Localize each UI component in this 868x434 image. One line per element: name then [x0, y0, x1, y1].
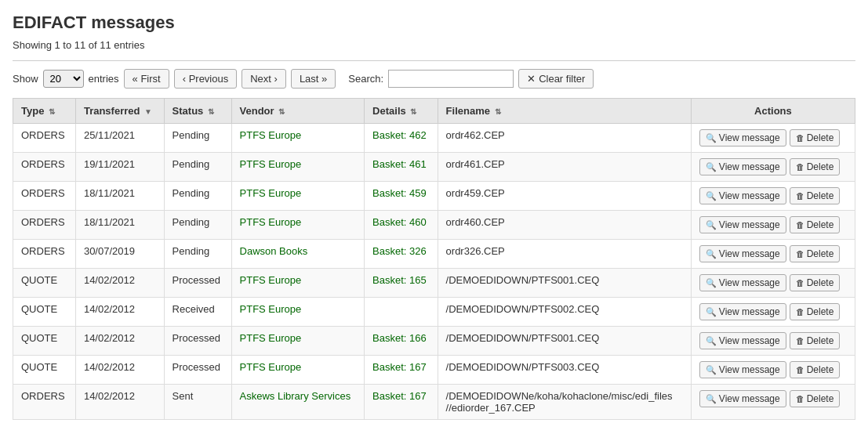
- view-icon: 🔍: [706, 191, 717, 201]
- delete-button[interactable]: 🗑 Delete: [790, 187, 841, 204]
- vendor-link[interactable]: PTFS Europe: [240, 216, 302, 228]
- vendor-link[interactable]: Dawson Books: [240, 245, 308, 257]
- entries-label: entries: [89, 73, 119, 85]
- view-message-button[interactable]: 🔍 View message: [699, 390, 786, 407]
- view-message-button[interactable]: 🔍 View message: [699, 361, 786, 378]
- view-message-button[interactable]: 🔍 View message: [699, 216, 786, 233]
- col-transferred[interactable]: Transferred ▼: [75, 99, 164, 124]
- clear-filter-icon: ✕: [527, 73, 536, 85]
- view-message-button[interactable]: 🔍 View message: [699, 303, 786, 320]
- view-message-label: View message: [719, 190, 780, 201]
- view-icon: 🔍: [706, 365, 717, 375]
- first-button[interactable]: « First: [124, 69, 169, 89]
- view-message-button[interactable]: 🔍 View message: [699, 129, 786, 146]
- cell-details: Basket: 326: [365, 240, 438, 269]
- delete-icon: 🗑: [796, 249, 804, 259]
- delete-button[interactable]: 🗑 Delete: [790, 129, 841, 146]
- table-header-row: Type ⇅ Transferred ▼ Status ⇅ Vendor ⇅ D…: [13, 99, 855, 124]
- delete-icon: 🗑: [796, 220, 804, 230]
- details-link[interactable]: Basket: 167: [372, 390, 427, 402]
- cell-filename: ordr326.CEP: [438, 240, 691, 269]
- cell-transferred: 18/11/2021: [75, 182, 164, 211]
- cell-actions: 🔍 View message 🗑 Delete: [691, 269, 855, 298]
- delete-button[interactable]: 🗑 Delete: [790, 274, 841, 291]
- cell-vendor: Dawson Books: [231, 240, 365, 269]
- cell-vendor: PTFS Europe: [231, 211, 365, 240]
- details-link[interactable]: Basket: 459: [372, 187, 427, 199]
- clear-filter-button[interactable]: ✕ Clear filter: [518, 69, 594, 89]
- col-details[interactable]: Details ⇅: [365, 99, 438, 124]
- delete-button[interactable]: 🗑 Delete: [790, 216, 841, 233]
- cell-type: QUOTE: [13, 298, 76, 327]
- delete-button[interactable]: 🗑 Delete: [790, 158, 841, 175]
- delete-icon: 🗑: [796, 307, 804, 316]
- delete-button[interactable]: 🗑 Delete: [790, 361, 841, 378]
- view-message-label: View message: [719, 161, 780, 172]
- delete-icon: 🗑: [796, 365, 804, 374]
- view-message-button[interactable]: 🔍 View message: [699, 187, 786, 204]
- vendor-link[interactable]: PTFS Europe: [240, 158, 302, 170]
- cell-filename: ordr459.CEP: [438, 182, 691, 211]
- cell-filename: ordr462.CEP: [438, 124, 691, 153]
- view-message-label: View message: [719, 364, 780, 375]
- cell-status: Sent: [164, 385, 231, 420]
- cell-transferred: 30/07/2019: [75, 240, 164, 269]
- delete-button[interactable]: 🗑 Delete: [790, 332, 841, 349]
- vendor-link[interactable]: PTFS Europe: [240, 303, 302, 315]
- col-filename[interactable]: Filename ⇅: [438, 99, 691, 124]
- details-link[interactable]: Basket: 462: [372, 129, 427, 141]
- delete-button[interactable]: 🗑 Delete: [790, 245, 841, 262]
- col-type[interactable]: Type ⇅: [13, 99, 76, 124]
- toolbar: Show 10 20 50 100 entries « First ‹ Prev…: [13, 69, 855, 89]
- vendor-link[interactable]: PTFS Europe: [240, 187, 302, 199]
- cell-details: Basket: 460: [365, 211, 438, 240]
- col-vendor[interactable]: Vendor ⇅: [231, 99, 365, 124]
- cell-type: ORDERS: [13, 385, 76, 420]
- cell-status: Pending: [164, 124, 231, 153]
- view-message-label: View message: [719, 393, 780, 404]
- vendor-link[interactable]: PTFS Europe: [240, 129, 302, 141]
- details-link[interactable]: Basket: 165: [372, 274, 427, 286]
- sort-icon-details: ⇅: [410, 107, 416, 116]
- vendor-link[interactable]: Askews Library Services: [240, 390, 351, 402]
- view-message-button[interactable]: 🔍 View message: [699, 274, 786, 291]
- vendor-link[interactable]: PTFS Europe: [240, 332, 302, 344]
- cell-filename: ordr461.CEP: [438, 153, 691, 182]
- cell-actions: 🔍 View message 🗑 Delete: [691, 153, 855, 182]
- details-link[interactable]: Basket: 326: [372, 245, 427, 257]
- details-link[interactable]: Basket: 167: [372, 361, 427, 373]
- view-message-label: View message: [719, 277, 780, 288]
- cell-type: ORDERS: [13, 153, 76, 182]
- search-input[interactable]: [388, 70, 514, 88]
- cell-details: Basket: 461: [365, 153, 438, 182]
- cell-details: Basket: 459: [365, 182, 438, 211]
- cell-actions: 🔍 View message 🗑 Delete: [691, 356, 855, 385]
- last-button[interactable]: Last »: [291, 69, 336, 89]
- next-button[interactable]: Next ›: [242, 69, 286, 89]
- delete-button[interactable]: 🗑 Delete: [790, 303, 841, 320]
- view-message-button[interactable]: 🔍 View message: [699, 158, 786, 175]
- vendor-link[interactable]: PTFS Europe: [240, 274, 302, 286]
- cell-transferred: 14/02/2012: [75, 356, 164, 385]
- cell-vendor: PTFS Europe: [231, 298, 365, 327]
- divider: [13, 60, 855, 61]
- delete-icon: 🗑: [796, 191, 804, 201]
- col-status[interactable]: Status ⇅: [164, 99, 231, 124]
- vendor-link[interactable]: PTFS Europe: [240, 361, 302, 373]
- details-link[interactable]: Basket: 461: [372, 158, 427, 170]
- view-message-button[interactable]: 🔍 View message: [699, 332, 786, 349]
- cell-status: Processed: [164, 269, 231, 298]
- show-select[interactable]: 10 20 50 100: [43, 70, 84, 88]
- details-link[interactable]: Basket: 166: [372, 332, 427, 344]
- previous-button[interactable]: ‹ Previous: [174, 69, 238, 89]
- cell-vendor: PTFS Europe: [231, 327, 365, 356]
- delete-button[interactable]: 🗑 Delete: [790, 390, 841, 407]
- page-subtitle: Showing 1 to 11 of 11 entries: [13, 39, 855, 51]
- view-message-button[interactable]: 🔍 View message: [699, 245, 786, 262]
- details-link[interactable]: Basket: 460: [372, 216, 427, 228]
- table-row: QUOTE 14/02/2012 Received PTFS Europe /D…: [13, 298, 855, 327]
- clear-filter-label: Clear filter: [539, 73, 585, 85]
- cell-filename: /DEMOEDIDOWN/PTFS003.CEQ: [438, 356, 691, 385]
- show-label: Show: [13, 73, 38, 85]
- cell-details: Basket: 462: [365, 124, 438, 153]
